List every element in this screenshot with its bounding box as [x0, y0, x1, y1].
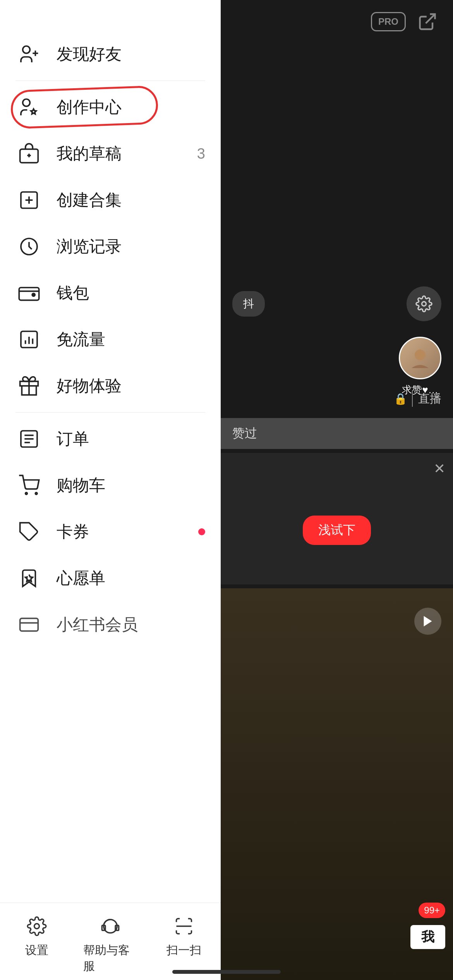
svg-rect-15	[19, 288, 39, 300]
ad-close-icon[interactable]: ✕	[434, 461, 445, 477]
pro-text: PRO	[378, 16, 398, 27]
menu-label-good-experience: 好物体验	[57, 375, 205, 397]
menu-item-good-experience[interactable]: 好物体验	[0, 363, 221, 409]
svg-marker-3	[424, 616, 432, 627]
right-panel: PRO 抖 求赞♥…	[221, 0, 453, 980]
settings-circle[interactable]	[407, 286, 441, 321]
tiktok-label: 抖	[243, 296, 254, 311]
mid-controls: 抖	[221, 286, 453, 321]
menu-label-free-traffic: 免流量	[57, 329, 205, 350]
card-icon	[15, 611, 43, 638]
menu-list: 发现好友 创作中心	[0, 0, 221, 903]
svg-point-16	[32, 293, 35, 296]
cart-icon	[15, 472, 43, 499]
live-btn-area: 🔒 直播	[394, 391, 441, 407]
left-panel: 发现好友 创作中心	[0, 0, 221, 980]
ad-overlay: ✕ 浅试下	[221, 453, 453, 584]
gift-icon	[15, 372, 43, 399]
svg-point-4	[23, 46, 30, 53]
menu-item-cart[interactable]: 购物车	[0, 462, 221, 509]
toolbar-label-scan: 扫一扫	[166, 942, 201, 958]
menu-item-wallet[interactable]: 钱包	[0, 270, 221, 316]
tiktok-pill[interactable]: 抖	[232, 291, 265, 317]
tag-icon	[15, 518, 43, 545]
liked-bubble: 赞过	[221, 418, 453, 449]
svg-point-28	[35, 493, 37, 495]
coupons-dot	[198, 528, 205, 535]
bar-chart-icon	[15, 326, 43, 353]
avatar[interactable]	[399, 337, 441, 379]
menu-label-wishlist: 心愿单	[57, 567, 205, 589]
menu-label-cart: 购物车	[57, 475, 205, 496]
share-icon[interactable]	[417, 12, 438, 32]
menu-label-creation-center: 创作中心	[57, 96, 205, 118]
ad-try-button[interactable]: 浅试下	[303, 516, 371, 545]
menu-item-coupons[interactable]: 卡券	[0, 509, 221, 555]
play-button[interactable]	[414, 608, 441, 635]
scan-icon	[172, 914, 196, 939]
divider-1	[15, 81, 205, 81]
clock-icon	[15, 233, 43, 260]
menu-item-history[interactable]: 浏览记录	[0, 223, 221, 270]
menu-label-find-friends: 发现好友	[57, 43, 205, 65]
live-label[interactable]: 直播	[412, 391, 441, 407]
toolbar-item-scan[interactable]: 扫一扫	[157, 914, 211, 958]
menu-item-drafts[interactable]: 我的草稿 3	[0, 130, 221, 177]
toolbar-item-settings[interactable]: 设置	[10, 914, 64, 958]
liked-text: 赞过	[232, 425, 257, 442]
plus-square-icon	[15, 187, 43, 214]
svg-line-0	[426, 14, 435, 24]
svg-point-2	[415, 350, 426, 360]
bag-icon	[15, 140, 43, 167]
wo-tab[interactable]: 我	[410, 925, 445, 949]
menu-label-wallet: 钱包	[57, 282, 205, 304]
menu-item-wishlist[interactable]: 心愿单	[0, 555, 221, 601]
divider-2	[15, 412, 205, 413]
toolbar-label-settings: 设置	[25, 942, 48, 958]
notification-badge: 99+	[419, 903, 445, 918]
top-right-controls: PRO	[371, 12, 438, 32]
bottom-video: 99+	[221, 588, 453, 980]
menu-item-create-collection[interactable]: 创建合集	[0, 177, 221, 223]
menu-item-free-traffic[interactable]: 免流量	[0, 316, 221, 363]
menu-item-orders[interactable]: 订单	[0, 416, 221, 462]
menu-label-member: 小红书会员	[57, 614, 205, 636]
toolbar-label-help: 帮助与客服	[83, 942, 137, 974]
menu-label-orders: 订单	[57, 428, 205, 450]
menu-item-creation-center[interactable]: 创作中心	[0, 84, 221, 130]
menu-label-coupons: 卡券	[57, 521, 193, 543]
menu-label-create-collection: 创建合集	[57, 189, 205, 211]
drafts-badge: 3	[197, 146, 205, 162]
svg-rect-30	[20, 618, 38, 631]
menu-item-find-friends[interactable]: 发现好友	[0, 31, 221, 77]
bookmark-star-icon	[15, 565, 43, 592]
menu-item-member[interactable]: 小红书会员	[0, 601, 221, 648]
menu-label-history: 浏览记录	[57, 236, 205, 257]
lock-icon: 🔒	[394, 392, 407, 405]
svg-point-1	[422, 302, 426, 306]
svg-point-7	[23, 99, 30, 106]
headphone-icon	[98, 914, 123, 939]
bottom-toolbar: 设置 帮助与客服	[0, 903, 221, 980]
svg-point-32	[34, 924, 39, 929]
avatar-area: 求赞♥…	[399, 337, 441, 397]
person-add-icon	[15, 41, 43, 68]
menu-label-drafts: 我的草稿	[57, 143, 197, 164]
toolbar-item-help[interactable]: 帮助与客服	[83, 914, 137, 974]
svg-point-27	[26, 493, 27, 495]
wallet-icon	[15, 279, 43, 307]
pro-badge: PRO	[371, 12, 406, 31]
list-icon	[15, 425, 43, 452]
gear-icon	[24, 914, 49, 939]
home-indicator	[172, 970, 281, 974]
person-star-icon	[15, 94, 43, 121]
